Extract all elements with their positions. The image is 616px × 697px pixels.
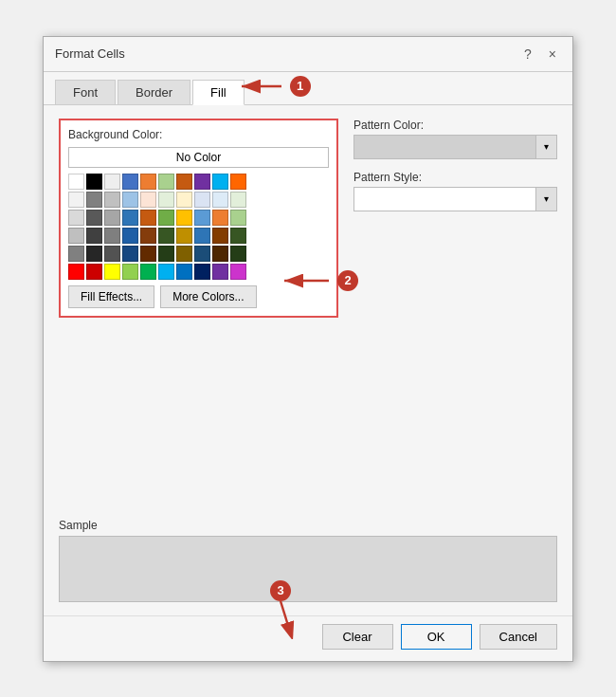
color-cell[interactable] [230, 264, 246, 280]
color-cell[interactable] [212, 264, 228, 280]
tab-border[interactable]: Border [118, 80, 190, 105]
format-cells-dialog: Format Cells ? × Font Border Fill [43, 36, 573, 662]
color-cell[interactable] [176, 210, 192, 226]
color-cell[interactable] [140, 228, 156, 244]
dialog-body: Background Color: No Color [44, 105, 572, 615]
color-row-5 [68, 246, 329, 262]
bg-color-label: Background Color: [68, 128, 329, 141]
color-cell[interactable] [86, 246, 102, 262]
color-cell[interactable] [176, 264, 192, 280]
annotation-badge-2: 2 [337, 270, 358, 291]
color-cell[interactable] [158, 174, 174, 190]
color-cell[interactable] [104, 210, 120, 226]
ok-button[interactable]: OK [401, 624, 472, 650]
color-cell[interactable] [158, 210, 174, 226]
right-panel: Pattern Color: ▾ Pattern Style: ▾ [353, 119, 557, 211]
pattern-color-dropdown[interactable]: ▾ [353, 135, 557, 159]
color-cell[interactable] [140, 210, 156, 226]
color-grid [68, 174, 329, 280]
close-button[interactable]: × [544, 45, 561, 64]
color-cell[interactable] [212, 174, 228, 190]
tab-bar: Font Border Fill 1 [44, 72, 572, 105]
fill-buttons: Fill Effects... More Colors... [68, 285, 329, 308]
color-cell[interactable] [104, 246, 120, 262]
annotation-badge-1: 1 [290, 76, 311, 97]
dialog-title: Format Cells [55, 46, 125, 61]
color-row-3 [68, 210, 329, 226]
color-row-1 [68, 174, 329, 190]
color-cell[interactable] [68, 174, 84, 190]
color-cell[interactable] [122, 246, 138, 262]
dialog-footer: 3 Clear OK Cancel [44, 615, 572, 661]
tab-font[interactable]: Font [55, 80, 116, 105]
title-bar-controls: ? × [519, 45, 561, 64]
color-cell[interactable] [176, 174, 192, 190]
color-cell[interactable] [104, 264, 120, 280]
color-cell[interactable] [158, 264, 174, 280]
color-cell[interactable] [140, 192, 156, 208]
color-cell[interactable] [194, 192, 210, 208]
color-cell[interactable] [68, 192, 84, 208]
top-section: Background Color: No Color [59, 119, 557, 318]
color-cell[interactable] [212, 192, 228, 208]
pattern-color-group: Pattern Color: ▾ [353, 119, 557, 159]
sample-preview [59, 536, 557, 602]
cancel-button[interactable]: Cancel [480, 624, 557, 650]
color-cell[interactable] [68, 210, 84, 226]
color-cell[interactable] [194, 174, 210, 190]
color-cell[interactable] [194, 210, 210, 226]
color-cell[interactable] [68, 264, 84, 280]
color-cell[interactable] [230, 246, 246, 262]
color-cell[interactable] [194, 246, 210, 262]
color-cell[interactable] [158, 228, 174, 244]
color-cell[interactable] [86, 174, 102, 190]
clear-button[interactable]: Clear [322, 624, 393, 650]
fill-effects-button[interactable]: Fill Effects... [68, 285, 154, 308]
color-cell[interactable] [212, 246, 228, 262]
color-cell[interactable] [158, 246, 174, 262]
color-cell[interactable] [140, 246, 156, 262]
color-cell[interactable] [176, 228, 192, 244]
color-cell[interactable] [176, 192, 192, 208]
sample-label: Sample [59, 519, 557, 532]
color-cell[interactable] [140, 264, 156, 280]
pattern-color-label: Pattern Color: [353, 119, 557, 132]
tab-fill[interactable]: Fill [192, 80, 245, 105]
color-cell[interactable] [158, 192, 174, 208]
pattern-style-arrow[interactable]: ▾ [535, 188, 556, 211]
pattern-style-area [354, 188, 535, 211]
color-cell[interactable] [104, 228, 120, 244]
pattern-style-dropdown[interactable]: ▾ [353, 187, 557, 211]
color-cell[interactable] [212, 228, 228, 244]
color-row-2 [68, 192, 329, 208]
color-cell[interactable] [86, 210, 102, 226]
color-cell[interactable] [230, 228, 246, 244]
color-cell[interactable] [86, 192, 102, 208]
no-color-button[interactable]: No Color [68, 147, 329, 168]
color-cell[interactable] [122, 192, 138, 208]
color-cell[interactable] [68, 228, 84, 244]
color-cell[interactable] [122, 174, 138, 190]
help-button[interactable]: ? [519, 45, 536, 64]
pattern-color-arrow[interactable]: ▾ [535, 136, 556, 158]
pattern-color-swatch [354, 136, 535, 158]
sample-section: Sample [59, 519, 557, 602]
more-colors-button[interactable]: More Colors... [160, 285, 256, 308]
color-row-6 [68, 264, 329, 280]
color-cell[interactable] [194, 264, 210, 280]
color-cell[interactable] [176, 246, 192, 262]
color-cell[interactable] [230, 210, 246, 226]
color-cell[interactable] [230, 192, 246, 208]
color-cell[interactable] [140, 174, 156, 190]
color-cell[interactable] [122, 210, 138, 226]
color-cell[interactable] [68, 246, 84, 262]
color-cell[interactable] [122, 228, 138, 244]
color-cell[interactable] [122, 264, 138, 280]
color-cell[interactable] [230, 174, 246, 190]
color-cell[interactable] [104, 174, 120, 190]
color-cell[interactable] [86, 264, 102, 280]
color-cell[interactable] [104, 192, 120, 208]
color-cell[interactable] [212, 210, 228, 226]
color-cell[interactable] [86, 228, 102, 244]
color-cell[interactable] [194, 228, 210, 244]
